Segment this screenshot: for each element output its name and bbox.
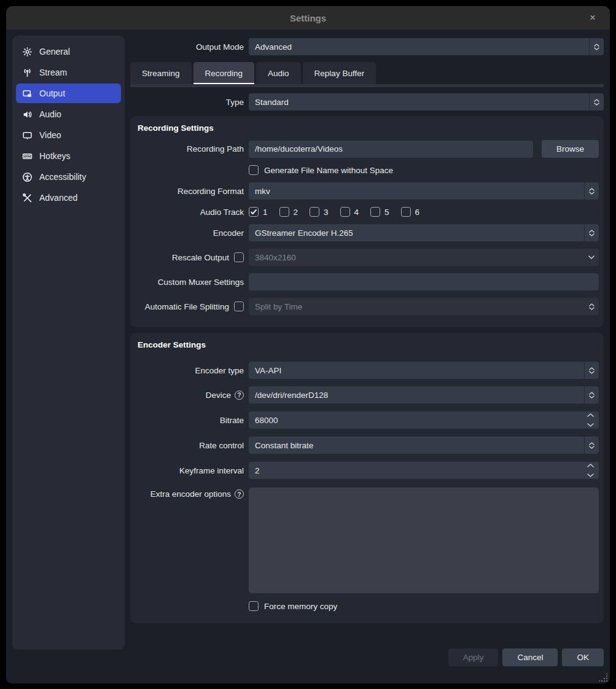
audio-track-label: Audio Track — [136, 208, 244, 217]
sidebar-item-label: Hotkeys — [39, 151, 71, 161]
encoder-type-label: Encoder type — [136, 366, 244, 375]
sidebar-item-label: General — [39, 47, 70, 56]
resize-grip[interactable] — [600, 674, 607, 682]
help-icon[interactable]: ? — [235, 489, 244, 499]
keyframe-interval-input[interactable] — [255, 466, 583, 475]
browse-button[interactable]: Browse — [542, 140, 599, 158]
sidebar-item-output[interactable]: Output — [16, 84, 121, 103]
encoder-label: Encoder — [136, 228, 244, 238]
encoder-settings-title: Encoder Settings — [136, 340, 599, 349]
audio-track-5-checkbox[interactable] — [370, 207, 380, 217]
keyframe-interval-label: Keyframe interval — [136, 466, 244, 475]
settings-sidebar: General Stream Output Audio — [12, 36, 125, 650]
force-memory-copy-label: Force memory copy — [264, 602, 337, 611]
encoder-settings-panel: Encoder Settings Encoder type VA-API Dev… — [130, 333, 604, 623]
spinner-arrows-icon[interactable] — [587, 464, 594, 477]
extra-encoder-options-label: Extra encoder options — [150, 489, 231, 499]
chevron-up-down-icon — [584, 362, 599, 379]
force-memory-copy-checkbox[interactable] — [249, 601, 259, 611]
audio-track-3-checkbox[interactable] — [310, 207, 319, 217]
encoder-type-select[interactable]: VA-API — [249, 362, 599, 379]
auto-split-select: Split by Time — [249, 298, 599, 315]
sidebar-item-label: Audio — [39, 109, 61, 119]
chevron-up-down-icon — [584, 182, 599, 200]
rescale-output-checkbox[interactable] — [234, 252, 244, 262]
rate-control-select[interactable]: Constant bitrate — [249, 437, 599, 454]
auto-split-checkbox[interactable] — [234, 302, 244, 311]
chevron-up-down-icon — [584, 386, 599, 403]
settings-window: Settings × General Stream Output — [6, 6, 610, 683]
help-icon[interactable]: ? — [235, 391, 244, 400]
audio-track-6-checkbox[interactable] — [401, 207, 411, 217]
rate-control-label: Rate control — [136, 441, 244, 450]
chevron-down-icon — [584, 249, 599, 266]
monitor-icon — [22, 130, 33, 141]
custom-muxer-label: Custom Muxer Settings — [136, 278, 244, 287]
bitrate-label: Bitrate — [136, 416, 244, 425]
gear-icon — [22, 47, 33, 57]
device-select[interactable]: /dev/dri/renderD128 — [249, 386, 599, 403]
tab-audio[interactable]: Audio — [256, 62, 301, 84]
recording-format-select[interactable]: mkv — [249, 182, 599, 200]
chevron-up-down-icon — [589, 38, 604, 55]
antenna-icon — [22, 68, 33, 78]
tab-divider — [130, 84, 604, 87]
accessibility-icon — [22, 172, 33, 182]
apply-button[interactable]: Apply — [448, 648, 499, 666]
sidebar-item-stream[interactable]: Stream — [16, 63, 121, 82]
dialog-footer: Apply Cancel OK — [130, 648, 604, 677]
sidebar-item-accessibility[interactable]: Accessibility — [16, 167, 121, 187]
sidebar-item-label: Stream — [39, 68, 67, 77]
output-tabs: Streaming Recording Audio Replay Buffer — [130, 62, 604, 84]
recording-path-label: Recording Path — [136, 144, 244, 154]
cancel-button[interactable]: Cancel — [502, 648, 558, 666]
audio-track-1-checkbox[interactable] — [249, 207, 259, 217]
sidebar-item-label: Accessibility — [39, 172, 86, 182]
recording-path-input[interactable] — [249, 141, 533, 158]
recording-settings-panel: Recording Settings Recording Path Browse… — [130, 116, 604, 327]
encoder-select[interactable]: GStreamer Encoder H.265 — [249, 224, 599, 241]
audio-track-4-checkbox[interactable] — [340, 207, 350, 217]
sidebar-item-general[interactable]: General — [16, 42, 121, 61]
rescale-output-label: Rescale Output — [172, 253, 229, 262]
bitrate-spinner[interactable] — [249, 411, 599, 429]
sidebar-item-label: Video — [39, 130, 61, 140]
recording-format-label: Recording Format — [136, 187, 244, 196]
auto-split-label: Automatic File Splitting — [145, 302, 229, 311]
audio-track-2-checkbox[interactable] — [279, 207, 289, 217]
titlebar: Settings × — [6, 6, 610, 29]
device-label: Device — [206, 391, 231, 400]
sidebar-item-advanced[interactable]: Advanced — [16, 188, 121, 208]
output-mode-select[interactable]: Advanced — [249, 38, 604, 55]
tab-streaming[interactable]: Streaming — [130, 62, 192, 84]
output-mode-label: Output Mode — [130, 42, 244, 52]
chevron-up-down-icon — [589, 93, 604, 111]
ok-button[interactable]: OK — [562, 648, 604, 666]
rescale-output-select: 3840x2160 — [249, 249, 599, 266]
tools-icon — [22, 193, 33, 203]
extra-encoder-options-textarea[interactable] — [249, 488, 599, 593]
sidebar-item-label: Output — [39, 88, 65, 98]
sidebar-item-audio[interactable]: Audio — [16, 104, 121, 124]
type-select[interactable]: Standard — [249, 93, 604, 111]
speaker-icon — [22, 109, 33, 120]
generate-no-space-checkbox[interactable] — [249, 165, 259, 175]
audio-track-group: 1 2 3 4 5 6 — [249, 207, 419, 217]
keyframe-interval-spinner[interactable] — [249, 462, 599, 479]
type-label: Type — [130, 98, 244, 107]
sidebar-item-video[interactable]: Video — [16, 125, 121, 145]
output-display-icon — [22, 88, 33, 99]
recording-settings-title: Recording Settings — [136, 123, 599, 133]
chevron-up-down-icon — [584, 437, 599, 454]
chevron-up-down-icon — [584, 224, 599, 241]
close-icon[interactable]: × — [584, 6, 601, 29]
window-title: Settings — [290, 13, 326, 23]
chevron-up-down-icon — [584, 298, 599, 315]
sidebar-item-label: Advanced — [39, 193, 77, 203]
tab-replay-buffer[interactable]: Replay Buffer — [303, 62, 376, 84]
tab-recording[interactable]: Recording — [193, 62, 255, 84]
bitrate-input[interactable] — [255, 416, 583, 425]
sidebar-item-hotkeys[interactable]: Hotkeys — [16, 146, 121, 166]
custom-muxer-input[interactable] — [249, 273, 599, 290]
spinner-arrows-icon[interactable] — [587, 413, 594, 427]
